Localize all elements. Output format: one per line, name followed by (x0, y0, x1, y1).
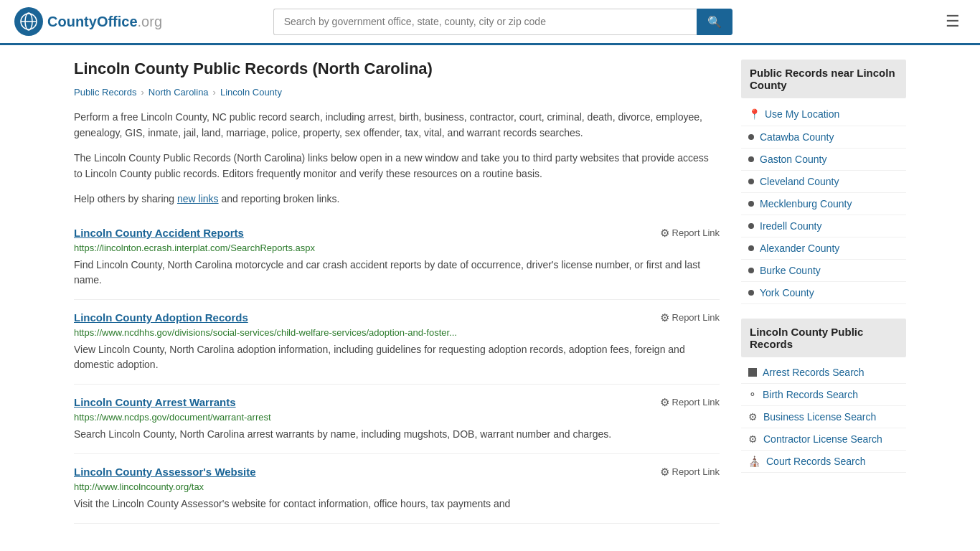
county-label: Gaston County (760, 154, 826, 165)
breadcrumb-sep-2: › (213, 87, 216, 98)
record-url[interactable]: https://www.ncdps.gov/document/warrant-a… (74, 412, 720, 423)
nearby-county-link[interactable]: Mecklenburg County (741, 193, 906, 215)
report-icon: ⚙ (660, 396, 669, 409)
nearby-county-link[interactable]: Catawba County (741, 126, 906, 149)
main-content: Lincoln County Public Records (North Car… (74, 60, 720, 524)
county-label: Burke County (760, 265, 821, 276)
nearby-county-link[interactable]: Alexander County (741, 237, 906, 260)
lincoln-link-label: Birth Records Search (763, 389, 858, 400)
record-title[interactable]: Lincoln County Arrest Warrants (74, 396, 236, 408)
county-label: York County (760, 287, 814, 298)
record-description: View Lincoln County, North Carolina adop… (74, 342, 720, 372)
lincoln-link-label: Business License Search (763, 411, 876, 423)
dot-icon (748, 156, 754, 162)
gear-icon: ⚙ (748, 433, 758, 445)
county-label: Alexander County (760, 242, 839, 254)
intro-paragraph-2: The Lincoln County Public Records (North… (74, 150, 720, 182)
record-card: Lincoln County Adoption Records ⚙ Report… (74, 300, 720, 385)
report-link-label: Report Link (672, 312, 720, 323)
lincoln-record-link[interactable]: ⚙Business License Search (741, 406, 906, 428)
logo[interactable]: CountyOffice.org (14, 7, 162, 36)
person-icon: ⚬ (748, 389, 757, 400)
record-url[interactable]: https://www.ncdhhs.gov/divisions/social-… (74, 327, 720, 338)
report-icon: ⚙ (660, 466, 669, 479)
logo-icon (14, 7, 43, 36)
nearby-county-link[interactable]: York County (741, 282, 906, 304)
report-icon: ⚙ (660, 227, 669, 240)
county-label: Cleveland County (760, 176, 839, 187)
lincoln-record-link[interactable]: ⚙Contractor License Search (741, 428, 906, 451)
nearby-county-link[interactable]: Burke County (741, 260, 906, 282)
page-container: Lincoln County Public Records (North Car… (60, 45, 920, 538)
report-link-button[interactable]: ⚙ Report Link (660, 311, 720, 324)
hamburger-icon: ☰ (946, 12, 960, 30)
logo-text: CountyOffice.org (47, 14, 162, 30)
breadcrumb-north-carolina[interactable]: North Carolina (149, 87, 209, 98)
dot-icon (748, 245, 754, 251)
nearby-county-link[interactable]: Gaston County (741, 149, 906, 171)
intro-paragraph-1: Perform a free Lincoln County, NC public… (74, 109, 720, 141)
record-header: Lincoln County Adoption Records ⚙ Report… (74, 311, 720, 324)
record-header: Lincoln County Assessor's Website ⚙ Repo… (74, 466, 720, 479)
nearby-section: Public Records near Lincoln County 📍 Use… (741, 60, 906, 304)
use-my-location-link[interactable]: 📍 Use My Location (741, 103, 906, 126)
county-label: Iredell County (760, 220, 821, 232)
lincoln-link-label: Arrest Records Search (763, 367, 864, 378)
breadcrumb-lincoln-county[interactable]: Lincoln County (220, 87, 282, 98)
record-title[interactable]: Lincoln County Assessor's Website (74, 466, 256, 478)
breadcrumb-sep-1: › (141, 87, 143, 98)
new-links-link[interactable]: new links (177, 193, 219, 204)
lincoln-records-section: Lincoln County Public Records Arrest Rec… (741, 319, 906, 473)
record-header: Lincoln County Accident Reports ⚙ Report… (74, 227, 720, 240)
report-link-button[interactable]: ⚙ Report Link (660, 396, 720, 409)
nearby-section-title: Public Records near Lincoln County (741, 60, 906, 98)
county-label: Catawba County (760, 131, 834, 143)
lincoln-record-link[interactable]: Arrest Records Search (741, 362, 906, 384)
square-icon (748, 368, 757, 377)
breadcrumb: Public Records › North Carolina › Lincol… (74, 87, 720, 98)
dot-icon (748, 134, 754, 140)
nearby-county-link[interactable]: Iredell County (741, 215, 906, 237)
page-title: Lincoln County Public Records (North Car… (74, 60, 720, 78)
dot-icon (748, 268, 754, 273)
record-description: Search Lincoln County, North Carolina ar… (74, 427, 720, 442)
dot-icon (748, 223, 754, 229)
record-header: Lincoln County Arrest Warrants ⚙ Report … (74, 396, 720, 409)
record-description: Find Lincoln County, North Carolina moto… (74, 258, 720, 288)
report-link-button[interactable]: ⚙ Report Link (660, 466, 720, 479)
record-card: Lincoln County Arrest Warrants ⚙ Report … (74, 385, 720, 454)
lincoln-link-label: Contractor License Search (763, 433, 882, 445)
nearby-counties-list: Catawba CountyGaston CountyCleveland Cou… (741, 126, 906, 304)
report-link-label: Report Link (672, 397, 720, 408)
lincoln-links-list: Arrest Records Search⚬Birth Records Sear… (741, 362, 906, 473)
search-input[interactable] (273, 9, 697, 35)
sidebar: Public Records near Lincoln County 📍 Use… (741, 60, 906, 524)
record-title[interactable]: Lincoln County Accident Reports (74, 227, 244, 239)
report-link-label: Report Link (672, 466, 720, 477)
dot-icon (748, 290, 754, 296)
nearby-county-link[interactable]: Cleveland County (741, 171, 906, 193)
intro-paragraph-3: Help others by sharing new links and rep… (74, 191, 720, 207)
gear2-icon: ⚙ (748, 411, 758, 423)
record-card: Lincoln County Accident Reports ⚙ Report… (74, 215, 720, 300)
dot-icon (748, 179, 754, 184)
lincoln-record-link[interactable]: ⚬Birth Records Search (741, 384, 906, 406)
record-url[interactable]: http://www.lincolncounty.org/tax (74, 481, 720, 492)
lincoln-section-title: Lincoln County Public Records (741, 319, 906, 357)
dot-icon (748, 201, 754, 207)
record-card: Lincoln County Assessor's Website ⚙ Repo… (74, 454, 720, 524)
record-description: Visit the Lincoln County Assessor's webs… (74, 496, 720, 512)
menu-button[interactable]: ☰ (940, 9, 966, 34)
search-button[interactable]: 🔍 (697, 9, 732, 35)
records-list: Lincoln County Accident Reports ⚙ Report… (74, 215, 720, 524)
breadcrumb-public-records[interactable]: Public Records (74, 87, 136, 98)
report-icon: ⚙ (660, 311, 669, 324)
site-header: CountyOffice.org 🔍 ☰ (0, 0, 980, 45)
search-area: 🔍 (273, 9, 732, 35)
report-link-label: Report Link (672, 227, 720, 238)
lincoln-record-link[interactable]: ⛪Court Records Search (741, 451, 906, 473)
record-title[interactable]: Lincoln County Adoption Records (74, 311, 248, 324)
search-icon: 🔍 (707, 16, 722, 28)
record-url[interactable]: https://lincolnton.ecrash.interplat.com/… (74, 242, 720, 253)
report-link-button[interactable]: ⚙ Report Link (660, 227, 720, 240)
